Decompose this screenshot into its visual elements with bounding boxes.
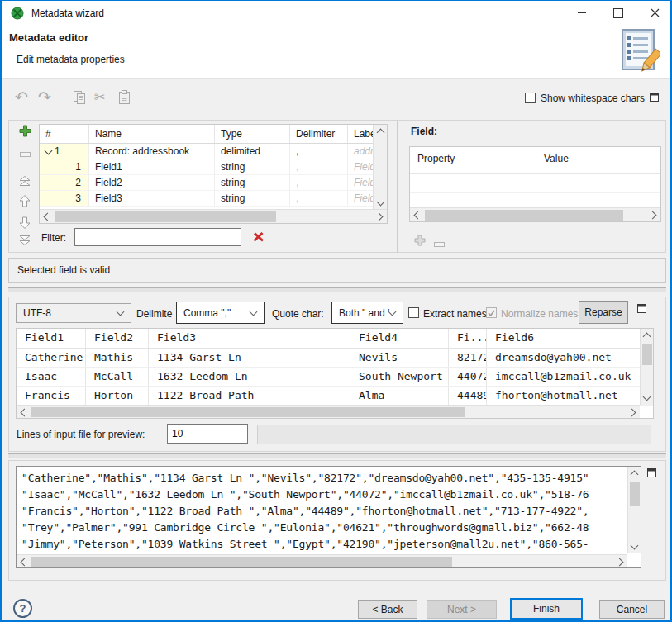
scrollbar-thumb[interactable] [55, 211, 276, 222]
clear-filter-button[interactable] [252, 231, 265, 245]
column-header[interactable]: Field1 [17, 329, 86, 348]
next-button[interactable]: Next > [427, 600, 497, 619]
scroll-right-button[interactable] [627, 406, 640, 419]
fields-hscrollbar[interactable] [40, 209, 387, 223]
fields-vscrollbar[interactable] [373, 125, 387, 210]
preview-lines-input[interactable] [167, 424, 248, 444]
preview-vscrollbar[interactable] [640, 329, 653, 405]
delimiter-select[interactable]: Comma "," [176, 302, 265, 324]
preview-table[interactable]: Field1Field2Field3Field4Fi...Field6 Cath… [16, 328, 654, 419]
titlebar[interactable]: Metadata wizard [2, 1, 670, 26]
property-empty-row[interactable] [410, 174, 660, 193]
scrollbar-thumb[interactable] [31, 557, 452, 567]
column-header[interactable]: Field4 [350, 329, 449, 348]
scroll-left-button[interactable] [17, 406, 30, 419]
cut-button[interactable]: ✂ [94, 87, 105, 108]
raw-hscrollbar[interactable] [17, 554, 627, 567]
extract-names-checkbox[interactable] [408, 307, 419, 320]
column-header[interactable]: Value [536, 147, 660, 173]
property-remove-button[interactable] [434, 239, 445, 250]
column-header[interactable]: Field2 [86, 329, 149, 348]
field-row[interactable]: 2Field2string,Field. [40, 175, 387, 191]
redo-button[interactable]: ↷ [38, 87, 51, 108]
field-row[interactable]: 3Field3string,Field. [40, 191, 387, 207]
preview-cell: 1122 Broad Path [149, 387, 350, 405]
move-top-button[interactable] [15, 175, 35, 187]
property-add-button[interactable] [414, 235, 426, 249]
scroll-left-button[interactable] [40, 210, 53, 223]
finish-button[interactable]: Finish [510, 598, 583, 620]
scroll-left-button[interactable] [410, 208, 423, 221]
maximize-view-icon[interactable] [650, 92, 660, 105]
scrollbar-thumb[interactable] [31, 407, 465, 417]
filter-input[interactable] [74, 228, 241, 246]
show-whitespace-checkbox[interactable] [525, 93, 536, 106]
move-down-button[interactable] [15, 216, 35, 230]
undo-button[interactable]: ↶ [15, 87, 28, 108]
reparse-button[interactable]: Reparse [579, 301, 628, 324]
scroll-down-button[interactable] [640, 392, 653, 405]
field-row[interactable]: 1Record: addressbookdelimited,addr [40, 144, 387, 159]
splitter-vertical[interactable] [397, 121, 398, 253]
field-row[interactable]: 1Field1string,Field [40, 159, 387, 175]
remove-field-button[interactable] [15, 151, 35, 158]
scroll-down-button[interactable] [627, 540, 641, 553]
preview-row[interactable]: FrancisHorton1122 Broad PathAlma44489fho… [17, 387, 653, 406]
scroll-up-button[interactable] [374, 125, 387, 138]
fields-table[interactable]: #NameTypeDelimiterLabe 1Record: addressb… [39, 124, 388, 224]
column-header[interactable]: Type [215, 125, 290, 143]
column-header[interactable]: Property [410, 147, 536, 173]
scrollbar-thumb[interactable] [630, 482, 640, 506]
scroll-left-button[interactable] [17, 555, 30, 568]
splitter-horizontal[interactable] [8, 453, 666, 458]
column-header[interactable]: # [40, 125, 89, 143]
preview-row[interactable]: CatherineMathis1134 Garst LnNevils82172d… [17, 349, 653, 368]
back-button[interactable]: < Back [358, 600, 417, 619]
preview-hscrollbar[interactable] [17, 405, 640, 418]
disabled-field [257, 425, 651, 444]
preview-row[interactable]: IsaacMcCall1632 Leedom LnSouth Newport44… [17, 368, 653, 387]
scrollbar-thumb[interactable] [642, 344, 652, 365]
maximize-view-icon[interactable] [647, 468, 657, 481]
maximize-view-icon[interactable] [637, 303, 647, 316]
cancel-button[interactable]: Cancel [599, 600, 665, 619]
splitter-horizontal[interactable] [8, 287, 666, 292]
minimize-button[interactable] [567, 1, 597, 25]
scrollbar-thumb[interactable] [425, 210, 623, 221]
fields-table-rows: 1Record: addressbookdelimited,addr1Field… [40, 144, 387, 207]
copy-button[interactable] [72, 90, 87, 108]
maximize-button[interactable] [603, 1, 633, 25]
column-header[interactable]: Fi... [449, 329, 487, 348]
scroll-right-button[interactable] [647, 208, 660, 221]
move-up-button[interactable] [15, 194, 35, 208]
column-header[interactable]: Field6 [487, 329, 640, 348]
field-name-cell: Field2 [89, 175, 215, 191]
scroll-up-button[interactable] [640, 329, 653, 342]
raw-preview[interactable]: "Catherine","Mathis","1134 Garst Ln ","N… [16, 466, 641, 568]
scroll-down-button[interactable] [374, 197, 387, 210]
expand-chevron-icon[interactable] [45, 147, 53, 155]
preview-cell: McCall [86, 368, 149, 386]
column-header[interactable]: Labe [348, 125, 374, 143]
paste-button[interactable] [117, 90, 131, 108]
scroll-right-button[interactable] [374, 210, 387, 223]
close-button[interactable] [640, 1, 670, 25]
quote-char-select[interactable]: Both " and ' [331, 302, 403, 324]
column-header[interactable]: Delimiter [290, 125, 348, 143]
scroll-right-button[interactable] [614, 555, 627, 568]
scroll-up-button[interactable] [627, 467, 641, 480]
column-header[interactable]: Field3 [149, 329, 350, 348]
property-table[interactable]: PropertyValue [409, 146, 661, 222]
quote-char-label: Quote char: [272, 308, 324, 320]
maximize-icon [613, 8, 623, 18]
move-bottom-button[interactable] [15, 235, 35, 246]
check-icon [488, 310, 495, 316]
column-header[interactable]: Name [89, 125, 215, 143]
charset-select[interactable]: UTF-8 [16, 303, 131, 323]
add-field-button[interactable] [15, 125, 35, 137]
raw-vscrollbar[interactable] [627, 467, 641, 553]
normalize-names-checkbox[interactable] [486, 307, 497, 318]
help-button[interactable]: ? [13, 599, 32, 618]
property-hscrollbar[interactable] [410, 207, 660, 221]
chevron-down-icon [388, 307, 397, 316]
